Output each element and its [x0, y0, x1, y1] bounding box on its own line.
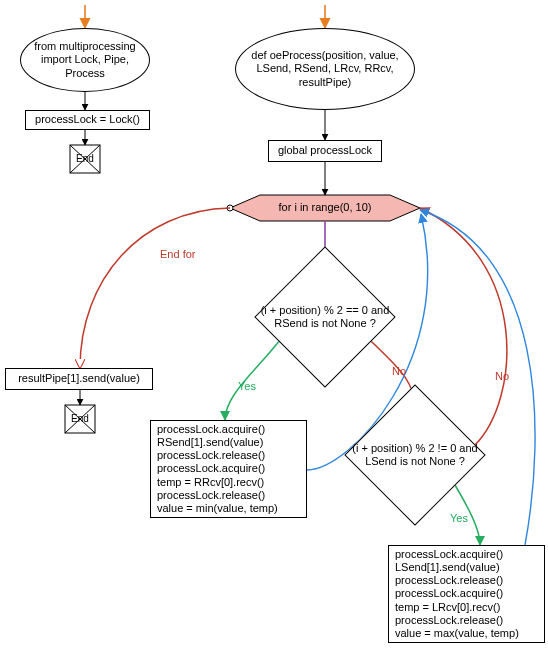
ellipse-import-label: from multiprocessing import Lock, Pipe, …: [27, 40, 143, 80]
rect-block-right: processLock.acquire() RSend[1].send(valu…: [150, 420, 307, 518]
ellipse-func-def-label: def oeProcess(position, value, LSend, RS…: [242, 49, 408, 89]
hex-for-loop: for i in range(0, 10): [230, 195, 420, 221]
rect-result-send: resultPipe[1].send(value): [5, 368, 153, 390]
rect-block-left-label: processLock.acquire() LSend[1].send(valu…: [395, 548, 519, 640]
diamond-cond1: (i + position) % 2 == 0 and RSend is not…: [245, 262, 405, 372]
diamond-cond2: (i + position) % 2 != 0 and LSend is not…: [335, 400, 495, 510]
diamond-cond1-label: (i + position) % 2 == 0 and RSend is not…: [251, 304, 399, 330]
label-end-for: End for: [160, 248, 195, 260]
end-node-left-label: End: [76, 153, 94, 165]
rect-process-lock-init: processLock = Lock(): [25, 110, 150, 130]
rect-global: global processLock: [268, 140, 382, 162]
label-cond1-yes: Yes: [238, 380, 256, 392]
label-cond2-no: No: [495, 370, 509, 382]
end-node-left: End: [70, 149, 100, 169]
label-cond2-yes: Yes: [450, 512, 468, 524]
rect-result-send-label: resultPipe[1].send(value): [18, 372, 140, 385]
rect-block-right-label: processLock.acquire() RSend[1].send(valu…: [157, 423, 278, 515]
ellipse-import: from multiprocessing import Lock, Pipe, …: [20, 28, 150, 92]
rect-block-left: processLock.acquire() LSend[1].send(valu…: [388, 545, 545, 643]
label-cond1-no: No: [392, 365, 406, 377]
hex-for-loop-label: for i in range(0, 10): [279, 201, 372, 214]
rect-global-label: global processLock: [278, 144, 372, 157]
diamond-cond2-label: (i + position) % 2 != 0 and LSend is not…: [341, 442, 489, 468]
end-node-bottom: End: [65, 409, 95, 429]
ellipse-func-def: def oeProcess(position, value, LSend, RS…: [235, 28, 415, 110]
end-node-bottom-label: End: [71, 413, 89, 425]
rect-process-lock-init-label: processLock = Lock(): [35, 113, 140, 126]
